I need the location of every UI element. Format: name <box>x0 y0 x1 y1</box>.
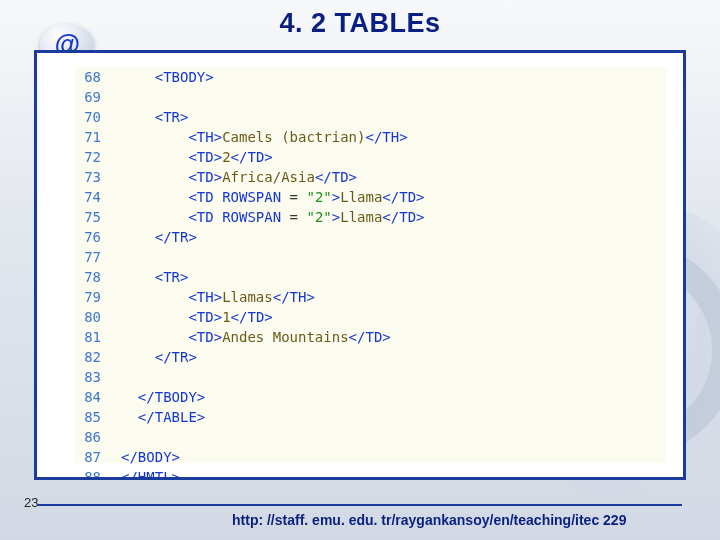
line-content: <TR> <box>111 107 667 127</box>
code-line: 79 <TH>Llamas</TH> <box>75 287 667 307</box>
code-line: 75 <TD ROWSPAN = "2">Llama</TD> <box>75 207 667 227</box>
code-line: 77 <box>75 247 667 267</box>
line-content: <TD>2</TD> <box>111 147 667 167</box>
footer-divider <box>38 504 682 506</box>
line-content <box>111 367 667 387</box>
line-number: 84 <box>75 387 111 407</box>
code-line: 72 <TD>2</TD> <box>75 147 667 167</box>
code-block: 68 <TBODY>6970 <TR>71 <TH>Camels (bactri… <box>75 67 667 463</box>
code-line: 87</BODY> <box>75 447 667 467</box>
code-line: 74 <TD ROWSPAN = "2">Llama</TD> <box>75 187 667 207</box>
code-line: 76 </TR> <box>75 227 667 247</box>
code-line: 70 <TR> <box>75 107 667 127</box>
line-content <box>111 427 667 447</box>
line-number: 79 <box>75 287 111 307</box>
code-line: 85 </TABLE> <box>75 407 667 427</box>
code-line: 84 </TBODY> <box>75 387 667 407</box>
line-content: </TR> <box>111 227 667 247</box>
line-number: 69 <box>75 87 111 107</box>
line-content <box>111 247 667 267</box>
line-number: 75 <box>75 207 111 227</box>
code-line: 68 <TBODY> <box>75 67 667 87</box>
line-number: 76 <box>75 227 111 247</box>
line-number: 77 <box>75 247 111 267</box>
line-number: 80 <box>75 307 111 327</box>
line-number: 78 <box>75 267 111 287</box>
slide: 4. 2 TABLEs @ 68 <TBODY>6970 <TR>71 <TH>… <box>0 0 720 540</box>
code-line: 73 <TD>Africa/Asia</TD> <box>75 167 667 187</box>
code-line: 78 <TR> <box>75 267 667 287</box>
line-content: </HMTL> <box>111 467 667 480</box>
line-number: 74 <box>75 187 111 207</box>
line-number: 88 <box>75 467 111 480</box>
line-number: 72 <box>75 147 111 167</box>
line-number: 85 <box>75 407 111 427</box>
line-content: <TD>1</TD> <box>111 307 667 327</box>
line-content: <TD ROWSPAN = "2">Llama</TD> <box>111 187 667 207</box>
line-content: <TH>Llamas</TH> <box>111 287 667 307</box>
line-content: </TR> <box>111 347 667 367</box>
line-number: 70 <box>75 107 111 127</box>
code-line: 88</HMTL> <box>75 467 667 480</box>
slide-number: 23 <box>24 495 38 510</box>
line-content: <TD>Andes Mountains</TD> <box>111 327 667 347</box>
line-number: 71 <box>75 127 111 147</box>
line-content: </BODY> <box>111 447 667 467</box>
code-line: 82 </TR> <box>75 347 667 367</box>
code-line: 80 <TD>1</TD> <box>75 307 667 327</box>
code-line: 81 <TD>Andes Mountains</TD> <box>75 327 667 347</box>
line-content: </TABLE> <box>111 407 667 427</box>
code-line: 69 <box>75 87 667 107</box>
line-content: </TBODY> <box>111 387 667 407</box>
line-content: <TD>Africa/Asia</TD> <box>111 167 667 187</box>
line-number: 68 <box>75 67 111 87</box>
line-content: <TBODY> <box>111 67 667 87</box>
code-line: 71 <TH>Camels (bactrian)</TH> <box>75 127 667 147</box>
footer-url: http: //staff. emu. edu. tr/raygankansoy… <box>232 512 626 528</box>
line-number: 83 <box>75 367 111 387</box>
line-content: <TH>Camels (bactrian)</TH> <box>111 127 667 147</box>
line-number: 81 <box>75 327 111 347</box>
line-number: 82 <box>75 347 111 367</box>
line-content: <TD ROWSPAN = "2">Llama</TD> <box>111 207 667 227</box>
line-content <box>111 87 667 107</box>
line-content: <TR> <box>111 267 667 287</box>
code-line: 86 <box>75 427 667 447</box>
content-panel: 68 <TBODY>6970 <TR>71 <TH>Camels (bactri… <box>34 50 686 480</box>
line-number: 87 <box>75 447 111 467</box>
code-line: 83 <box>75 367 667 387</box>
line-number: 86 <box>75 427 111 447</box>
line-number: 73 <box>75 167 111 187</box>
slide-title: 4. 2 TABLEs <box>0 8 720 39</box>
